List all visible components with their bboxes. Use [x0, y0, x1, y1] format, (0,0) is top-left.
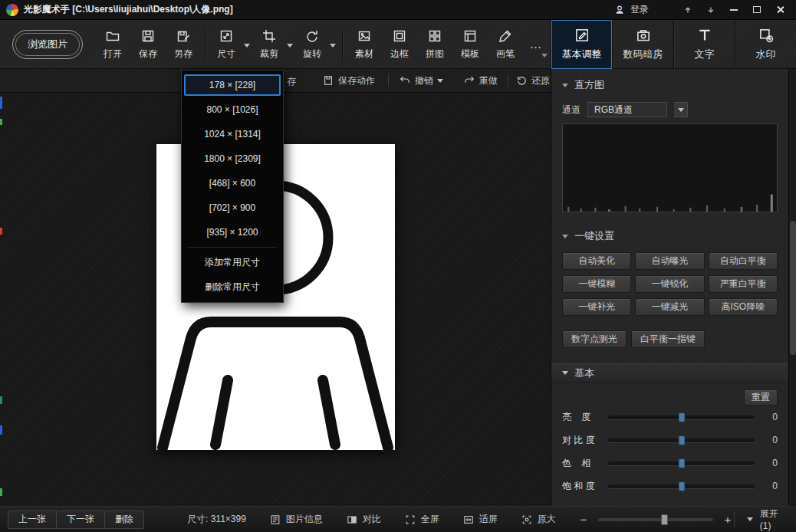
- restore-button[interactable]: 还原: [515, 69, 550, 92]
- minimize-button[interactable]: [722, 2, 745, 18]
- original-size-button[interactable]: 原大: [521, 513, 556, 526]
- size-menu-item[interactable]: [702] × 900: [182, 195, 283, 220]
- fit-screen-label: 适屏: [479, 513, 498, 526]
- close-button[interactable]: [768, 2, 791, 18]
- one-click-blur-button[interactable]: 一键模糊: [562, 275, 631, 293]
- remove-common-size-item[interactable]: 删除常用尺寸: [182, 274, 283, 299]
- brush-button[interactable]: 画笔: [488, 24, 523, 65]
- chevron-down-icon[interactable]: [244, 44, 250, 48]
- hue-slider[interactable]: [608, 461, 755, 465]
- original-size-label: 原大: [538, 513, 556, 526]
- digital-spot-metering-button[interactable]: 数字点测光: [562, 330, 627, 348]
- histogram-plot: [563, 124, 777, 212]
- one-click-sharpen-button[interactable]: 一键锐化: [635, 275, 704, 293]
- size-menu-item[interactable]: [935] × 1200: [182, 220, 283, 245]
- chevron-down-icon[interactable]: [287, 44, 293, 48]
- severe-white-balance-button[interactable]: 严重白平衡: [709, 275, 778, 293]
- auto-white-balance-button[interactable]: 自动白平衡: [709, 252, 778, 270]
- panel-scrollbar[interactable]: [788, 69, 796, 506]
- slider-handle[interactable]: [678, 458, 685, 468]
- app-logo-icon: [6, 4, 18, 16]
- channel-select[interactable]: RGB通道: [587, 102, 667, 117]
- fill-light-button[interactable]: 一键补光: [562, 298, 631, 316]
- login-button[interactable]: 登录: [607, 2, 655, 18]
- size-menu-item[interactable]: 800 × [1026]: [182, 97, 283, 122]
- reduce-light-button[interactable]: 一键减光: [635, 298, 704, 316]
- template-label: 模板: [461, 48, 479, 61]
- auto-beautify-button[interactable]: 自动美化: [562, 252, 631, 270]
- slider-handle[interactable]: [678, 435, 685, 445]
- zoom-slider-handle[interactable]: [661, 514, 668, 525]
- desktop-artifact: [0, 97, 2, 109]
- saturation-value: 0: [764, 481, 778, 491]
- channel-label: 通道: [562, 103, 581, 117]
- high-iso-denoise-button[interactable]: 高ISO降噪: [709, 298, 778, 316]
- auto-exposure-button[interactable]: 自动曝光: [635, 252, 704, 270]
- save-button[interactable]: 保存: [130, 24, 166, 65]
- brightness-slider-row: 亮 度 0: [562, 406, 778, 429]
- zoom-slider[interactable]: [598, 518, 713, 521]
- delete-image-button[interactable]: 删除: [104, 511, 143, 528]
- scrollbar-thumb[interactable]: [790, 221, 796, 355]
- image-info-button[interactable]: 图片信息: [269, 513, 323, 526]
- collage-button[interactable]: 拼图: [417, 24, 452, 65]
- redo-button[interactable]: 重做: [463, 69, 498, 92]
- browse-images-button[interactable]: 浏览图片: [12, 30, 83, 59]
- fullscreen-label: 全屏: [421, 513, 439, 526]
- one-click-section-header[interactable]: 一键设置: [562, 229, 778, 243]
- brightness-slider[interactable]: [608, 415, 755, 419]
- tab-digital-darkroom[interactable]: 数码暗房: [612, 20, 673, 69]
- crop-button[interactable]: 裁剪: [252, 24, 295, 65]
- save-as-button[interactable]: 另存: [166, 24, 201, 65]
- size-menu-item[interactable]: [468] × 600: [182, 171, 283, 195]
- resize-button[interactable]: 尺寸: [209, 24, 252, 65]
- material-button[interactable]: 素材: [347, 24, 382, 65]
- previous-image-button[interactable]: 上一张: [8, 511, 56, 528]
- material-label: 素材: [355, 48, 373, 61]
- tab-watermark-label: 水印: [756, 48, 776, 61]
- chevron-down-icon[interactable]: [330, 44, 336, 48]
- white-balance-picker-button[interactable]: 白平衡一指键: [631, 330, 705, 348]
- arrow-up-button[interactable]: [676, 2, 699, 18]
- desktop-artifact: [0, 425, 2, 435]
- size-menu-item[interactable]: 1024 × [1314]: [182, 122, 283, 146]
- chevron-down-icon[interactable]: [437, 79, 443, 83]
- zoom-out-button[interactable]: −: [577, 513, 590, 526]
- size-menu-item[interactable]: 1800 × [2309]: [182, 146, 283, 171]
- login-label: 登录: [630, 3, 649, 16]
- more-tools-button[interactable]: …: [523, 24, 549, 65]
- tab-text[interactable]: 文字: [673, 20, 735, 69]
- reset-button[interactable]: 重置: [744, 389, 778, 406]
- undo-button[interactable]: 撤销: [399, 69, 443, 92]
- app-window: 光影魔术手 [C:\Users\liujiahui\Desktop\人像.png…: [0, 0, 796, 532]
- fit-screen-button[interactable]: 适屏: [462, 513, 498, 526]
- saturation-slider[interactable]: [608, 484, 755, 488]
- clipped-button-label[interactable]: 存: [287, 75, 296, 88]
- tab-text-label: 文字: [695, 48, 715, 61]
- maximize-button[interactable]: [745, 2, 768, 18]
- contrast-slider[interactable]: [608, 438, 755, 442]
- frame-button[interactable]: 边框: [382, 24, 417, 65]
- compare-button[interactable]: 对比: [346, 513, 381, 526]
- slider-handle[interactable]: [678, 412, 685, 422]
- zoom-in-button[interactable]: +: [722, 513, 734, 526]
- contrast-slider-row: 对 比 度 0: [562, 429, 778, 452]
- size-menu-item[interactable]: 178 × [228]: [184, 74, 281, 96]
- histogram-section-header[interactable]: 直方图: [562, 78, 778, 92]
- window-title: 光影魔术手 [C:\Users\liujiahui\Desktop\人像.png…: [24, 3, 233, 16]
- expand-panel-button[interactable]: 展开(1): [734, 512, 788, 527]
- basic-section-header[interactable]: 基本: [551, 363, 788, 383]
- add-common-size-item[interactable]: 添加常用尺寸: [182, 250, 283, 274]
- rotate-button[interactable]: 旋转: [295, 24, 338, 65]
- save-action-button[interactable]: 保存动作: [322, 69, 375, 92]
- channel-select-arrow-button[interactable]: [674, 102, 688, 117]
- template-button[interactable]: 模板: [452, 24, 488, 65]
- undo-label: 撤销: [415, 74, 433, 87]
- slider-handle[interactable]: [678, 481, 685, 491]
- fullscreen-button[interactable]: 全屏: [404, 513, 439, 526]
- tab-watermark[interactable]: 水印: [735, 20, 796, 69]
- open-button[interactable]: 打开: [95, 24, 130, 65]
- tab-basic-adjust[interactable]: 基本调整: [551, 20, 612, 69]
- arrow-down-button[interactable]: [699, 2, 722, 18]
- next-image-button[interactable]: 下一张: [56, 511, 104, 528]
